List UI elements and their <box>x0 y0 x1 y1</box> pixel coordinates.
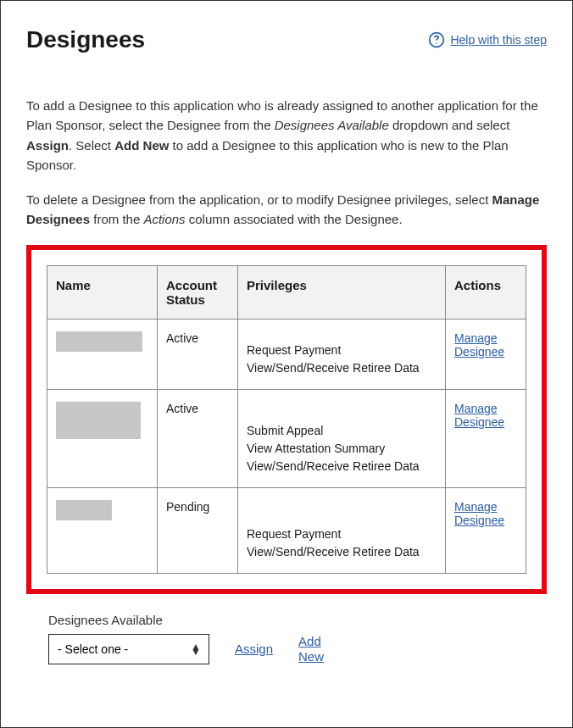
designees-available-label: Designees Available <box>48 613 547 627</box>
designees-table: Name Account Status Privileges Actions A… <box>47 265 526 574</box>
cell-status: Active <box>158 389 238 487</box>
below-table-controls: Designees Available - Select one - ▲▼ As… <box>26 613 547 664</box>
table-row: Pending Request PaymentView/Send/Receive… <box>47 487 526 573</box>
assign-link[interactable]: Assign <box>235 642 273 656</box>
add-new-link[interactable]: Add New <box>298 634 337 664</box>
redacted-name <box>56 402 141 439</box>
intro-paragraph-1: To add a Designee to this application wh… <box>26 96 547 175</box>
redacted-name <box>56 331 142 352</box>
designees-available-select[interactable]: - Select one - <box>48 634 209 664</box>
cell-status: Pending <box>158 487 238 573</box>
cell-status: Active <box>158 319 238 389</box>
help-icon <box>428 31 445 48</box>
help-link-label: Help with this step <box>450 33 547 47</box>
designees-available-select-wrap: - Select one - ▲▼ <box>48 634 209 664</box>
page-title: Designees <box>26 26 145 53</box>
table-row: Active Submit AppealView Attestation Sum… <box>47 389 526 487</box>
redacted-name <box>56 500 112 520</box>
table-row: Active Request PaymentView/Send/Receive … <box>47 319 526 389</box>
column-header-status: Account Status <box>158 265 238 319</box>
cell-privileges: Submit AppealView Attestation SummaryVie… <box>247 422 437 475</box>
svg-point-1 <box>437 43 437 44</box>
column-header-actions: Actions <box>446 265 526 319</box>
manage-designee-link[interactable]: Manage Designee <box>454 500 517 529</box>
intro-paragraph-2: To delete a Designee from the applicatio… <box>26 190 547 230</box>
column-header-privileges: Privileges <box>238 265 446 319</box>
cell-privileges: Request PaymentView/Send/Receive Retiree… <box>247 342 437 377</box>
table-header-row: Name Account Status Privileges Actions <box>47 265 526 319</box>
help-with-step-link[interactable]: Help with this step <box>428 31 547 48</box>
column-header-name: Name <box>47 265 158 319</box>
manage-designee-link[interactable]: Manage Designee <box>454 402 517 431</box>
cell-privileges: Request PaymentView/Send/Receive Retiree… <box>247 525 437 561</box>
manage-designee-link[interactable]: Manage Designee <box>454 331 517 360</box>
designees-table-highlight: Name Account Status Privileges Actions A… <box>26 245 547 594</box>
